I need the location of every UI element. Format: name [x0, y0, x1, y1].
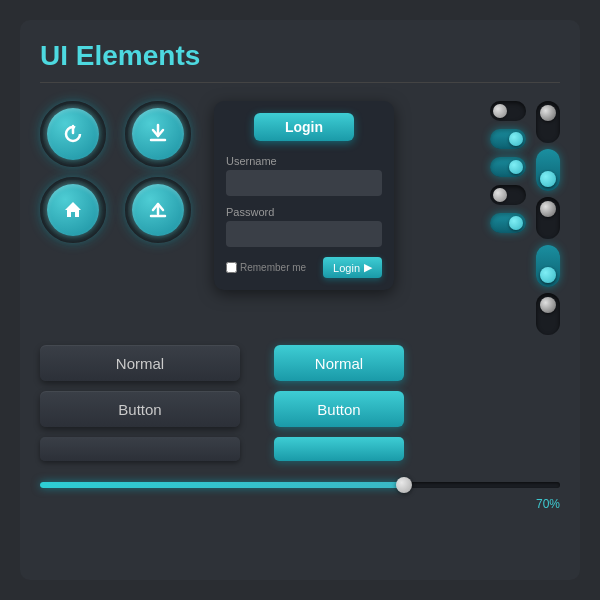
toggle-section [408, 101, 560, 335]
progress-track[interactable] [40, 482, 560, 488]
vtoggle-2-1[interactable] [536, 101, 560, 143]
vtoggle-2-2[interactable] [536, 149, 560, 191]
toggle-knob-1-2 [509, 132, 523, 146]
button-flat-button[interactable]: Button [40, 391, 240, 427]
toggle-1-5[interactable] [490, 213, 526, 233]
round-buttons-section [40, 101, 200, 335]
login-card: Login Username Password Remember me Logi… [214, 101, 394, 290]
normal-cyan-button[interactable]: Normal [274, 345, 404, 381]
toggle-1-2[interactable] [490, 129, 526, 149]
vtoggle-knob-2-3 [540, 201, 556, 217]
login-tab[interactable]: Login [254, 113, 354, 141]
vtoggle-2-5[interactable] [536, 293, 560, 335]
toggle-knob-1-1 [493, 104, 507, 118]
home-button[interactable] [40, 177, 106, 243]
button-cyan-button[interactable]: Button [274, 391, 404, 427]
login-footer: Remember me Login ▶ [226, 257, 382, 278]
upload-button[interactable] [125, 177, 191, 243]
vtoggle-knob-2-2 [540, 171, 556, 187]
vtoggle-2-4[interactable] [536, 245, 560, 287]
button-grid [40, 101, 200, 243]
top-row: Login Username Password Remember me Logi… [40, 101, 560, 335]
power-button[interactable] [40, 101, 106, 167]
toggle-1-4[interactable] [490, 185, 526, 205]
arrow-icon: ▶ [364, 261, 372, 274]
divider [40, 82, 560, 83]
login-submit-button[interactable]: Login ▶ [323, 257, 382, 278]
home-icon [63, 199, 83, 222]
download-icon [148, 123, 168, 146]
vtoggle-col-2 [536, 101, 560, 335]
toggle-knob-1-3 [509, 160, 523, 174]
vtoggle-knob-2-1 [540, 105, 556, 121]
login-form-section: Login Username Password Remember me Logi… [214, 101, 394, 335]
toggle-1-3[interactable] [490, 157, 526, 177]
remember-checkbox[interactable] [226, 262, 237, 273]
remember-me-label: Remember me [226, 262, 306, 273]
progress-fill [40, 482, 404, 488]
progress-section: 70% [40, 475, 560, 511]
vtoggle-knob-2-5 [540, 297, 556, 313]
cyan-buttons-group: Normal Button [274, 345, 404, 461]
progress-label: 70% [40, 497, 560, 511]
toggle-1-1[interactable] [490, 101, 526, 121]
vtoggle-knob-2-4 [540, 267, 556, 283]
password-input[interactable] [226, 221, 382, 247]
small-cyan-button[interactable] [274, 437, 404, 461]
main-container: UI Elements [20, 20, 580, 580]
upload-icon [148, 199, 168, 222]
download-button[interactable] [125, 101, 191, 167]
progress-knob[interactable] [396, 477, 412, 493]
username-label: Username [226, 155, 382, 167]
toggle-knob-1-5 [509, 216, 523, 230]
mid-row: Normal Button Normal Button [40, 345, 560, 461]
normal-flat-button[interactable]: Normal [40, 345, 240, 381]
power-icon [62, 122, 84, 147]
svg-marker-4 [65, 202, 81, 217]
page-title: UI Elements [40, 40, 560, 72]
username-input[interactable] [226, 170, 382, 196]
progress-container [40, 475, 560, 495]
wide-flat-button[interactable] [40, 437, 240, 461]
toggle-col-1 [490, 101, 526, 335]
flat-buttons-group: Normal Button [40, 345, 240, 461]
toggle-knob-1-4 [493, 188, 507, 202]
password-label: Password [226, 206, 382, 218]
vtoggle-2-3[interactable] [536, 197, 560, 239]
